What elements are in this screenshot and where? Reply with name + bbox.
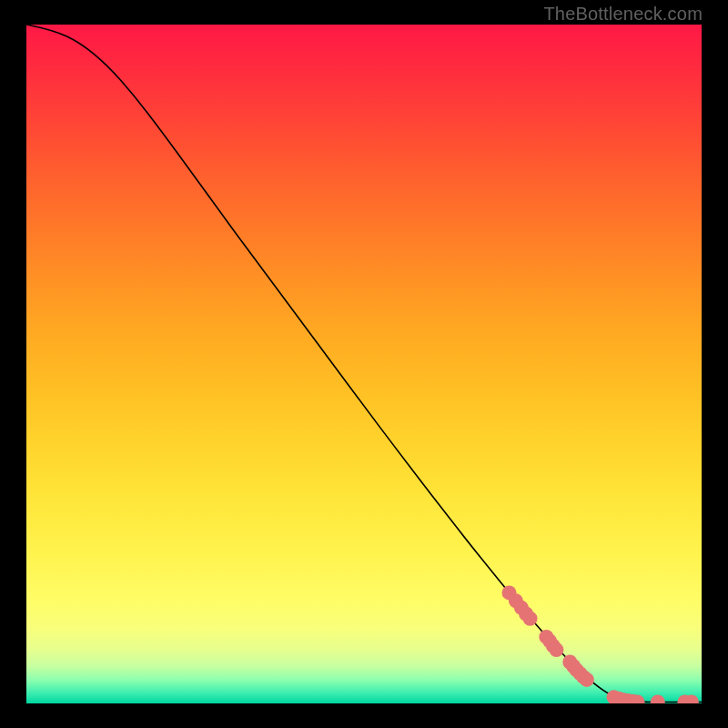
watermark-text: TheBottleneck.com bbox=[543, 4, 703, 25]
marker-dot bbox=[523, 612, 538, 626]
marker-group bbox=[502, 585, 699, 703]
curve-line bbox=[26, 25, 702, 703]
plot-area bbox=[26, 25, 702, 703]
plot-svg bbox=[26, 25, 702, 703]
marker-dot bbox=[549, 642, 563, 657]
chart-frame: { "watermark": "TheBottleneck.com", "cha… bbox=[0, 0, 728, 728]
marker-dot bbox=[580, 672, 594, 687]
marker-dot bbox=[651, 695, 665, 703]
